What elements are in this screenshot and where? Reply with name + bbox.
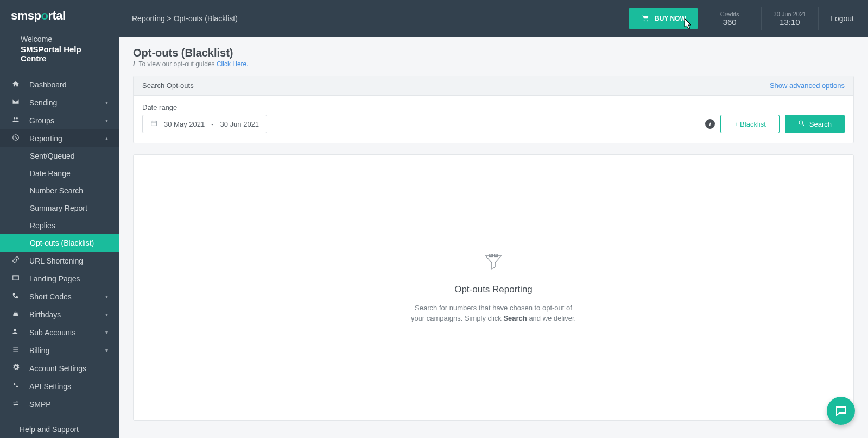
home-icon: [11, 80, 21, 89]
chevron-down-icon: ▾: [105, 329, 108, 335]
sidebar-item-landing-pages[interactable]: Landing Pages: [0, 270, 119, 287]
search-panel-header: Search Opt-outs Show advanced options: [134, 76, 853, 96]
datetime-block: 30 Jun 2021 13:10: [761, 7, 819, 30]
sidebar-item-short-codes[interactable]: Short Codes ▾: [0, 287, 119, 305]
welcome-label: Welcome: [21, 35, 98, 43]
panel-title: Search Opt-outs: [142, 82, 194, 90]
svg-point-0: [14, 117, 16, 120]
breadcrumb: Reporting > Opt-outs (Blacklist): [132, 14, 238, 23]
birthday-icon: [11, 310, 21, 319]
search-panel-body: Date range 30 May 2021 - 30 Jun 2021 i: [134, 96, 853, 143]
sidebar-item-api-settings[interactable]: API Settings: [0, 377, 119, 395]
sidebar-label: Dashboard: [29, 80, 67, 89]
date-dash: -: [211, 120, 213, 128]
sidebar-label: URL Shortening: [29, 256, 83, 265]
chevron-down-icon: ▾: [105, 311, 108, 317]
logo-accent: o: [41, 9, 48, 22]
credits-value: 360: [720, 17, 739, 27]
search-icon: [798, 120, 805, 128]
sidebar-item-sending[interactable]: Sending ▾: [0, 93, 119, 111]
landing-icon: [11, 274, 21, 283]
svg-rect-14: [151, 121, 157, 126]
chat-icon: [834, 404, 847, 417]
search-button[interactable]: Search: [785, 115, 845, 133]
cart-icon: [641, 14, 649, 24]
sidebar-item-url-shortening[interactable]: URL Shortening: [0, 252, 119, 270]
credits-block: Credits 360: [708, 7, 751, 30]
svg-point-9: [14, 383, 16, 385]
help-heading: Help and Support: [10, 417, 109, 438]
sidebar-item-billing[interactable]: Billing ▾: [0, 341, 119, 359]
nav-reporting-sub: Sent/Queued Date Range Number Search Sum…: [0, 147, 119, 252]
svg-point-1: [16, 117, 18, 120]
sidebar-subitem-date-range[interactable]: Date Range: [0, 165, 119, 182]
svg-point-13: [647, 20, 648, 21]
sidebar-item-dashboard[interactable]: Dashboard: [0, 76, 119, 93]
gear-icon: [11, 364, 21, 373]
sidebar-item-groups[interactable]: Groups ▾: [0, 111, 119, 129]
billing-icon: [11, 346, 21, 355]
sidebar-label: Short Codes: [29, 292, 72, 301]
svg-point-5: [14, 329, 17, 331]
guides-link[interactable]: Click Here.: [217, 60, 249, 68]
sidebar-label: Account Settings: [29, 364, 86, 373]
sidebar-item-sub-accounts[interactable]: Sub Accounts ▾: [0, 323, 119, 341]
sidebar-item-account-settings[interactable]: Account Settings: [0, 359, 119, 377]
date-range-label: Date range: [142, 103, 845, 111]
sidebar-label: Billing: [29, 346, 49, 355]
search-panel: Search Opt-outs Show advanced options Da…: [133, 76, 854, 143]
page-title: Opt-outs (Blacklist): [133, 47, 854, 59]
sidebar-label: Landing Pages: [29, 274, 80, 283]
svg-line-19: [802, 124, 804, 126]
chevron-down-icon: ▾: [105, 99, 108, 105]
logo-post: rtal: [48, 9, 65, 22]
gear-icon: [11, 381, 21, 391]
blacklist-button[interactable]: + Blacklist: [720, 115, 780, 133]
date-range-picker[interactable]: 30 May 2021 - 30 Jun 2021: [142, 115, 267, 133]
sidebar-label: Sub Accounts: [29, 328, 76, 337]
sidebar-subitem-number-search[interactable]: Number Search: [0, 182, 119, 199]
envelope-icon: [11, 98, 21, 107]
sidebar-item-birthdays[interactable]: Birthdays ▾: [0, 305, 119, 323]
date-to: 30 Jun 2021: [220, 120, 259, 128]
advanced-options-link[interactable]: Show advanced options: [770, 82, 845, 90]
chevron-down-icon: ▾: [105, 347, 108, 353]
sidebar-label: SMPP: [29, 400, 51, 409]
svg-point-12: [644, 20, 645, 21]
nav-main: Dashboard Sending ▾ Groups ▾ Re: [0, 72, 119, 413]
svg-point-10: [16, 386, 18, 388]
controls-row: 30 May 2021 - 30 Jun 2021 i + Blacklist: [142, 115, 845, 133]
svg-point-18: [799, 121, 803, 124]
credits-label: Credits: [720, 11, 739, 17]
sidebar-label: Groups: [29, 116, 54, 125]
sub-prefix: To view our opt-out guides: [138, 60, 216, 68]
buy-now-label: BUY NOW: [655, 15, 686, 22]
empty-state: Opt-outs Reporting Search for numbers th…: [411, 252, 576, 324]
groups-icon: [11, 116, 21, 125]
sidebar-subitem-optouts[interactable]: Opt-outs (Blacklist): [0, 234, 119, 252]
smpp-icon: [11, 399, 21, 409]
sidebar-label: Sending: [29, 98, 57, 107]
info-tooltip-icon[interactable]: i: [705, 119, 715, 129]
content: Opt-outs (Blacklist) i To view our opt-o…: [119, 37, 868, 430]
sidebar-item-reporting[interactable]: Reporting ▴: [0, 129, 119, 147]
calendar-icon: [150, 120, 157, 128]
funnel-icon: [483, 252, 504, 274]
sidebar: smsportal Welcome SMSPortal Help Centre …: [0, 0, 119, 438]
sidebar-item-smpp[interactable]: SMPP: [0, 395, 119, 413]
empty-text: Search for numbers that have chosen to o…: [411, 303, 576, 324]
logo-area: smsportal: [0, 0, 119, 27]
sidebar-subitem-replies[interactable]: Replies: [0, 217, 119, 234]
svg-rect-3: [13, 276, 19, 280]
welcome-block: Welcome SMSPortal Help Centre: [10, 27, 109, 70]
logout-link[interactable]: Logout: [818, 7, 855, 30]
sidebar-subitem-sent-queued[interactable]: Sent/Queued: [0, 147, 119, 165]
buy-now-button[interactable]: BUY NOW: [629, 8, 698, 29]
logo-pre: smsp: [11, 9, 41, 22]
topbar: Reporting > Opt-outs (Blacklist) BUY NOW…: [119, 0, 868, 37]
sidebar-label: API Settings: [29, 382, 71, 391]
sidebar-label: Reporting: [29, 134, 62, 143]
sidebar-subitem-summary-report[interactable]: Summary Report: [0, 199, 119, 217]
subaccounts-icon: [11, 328, 21, 337]
chat-widget-button[interactable]: [827, 397, 855, 425]
